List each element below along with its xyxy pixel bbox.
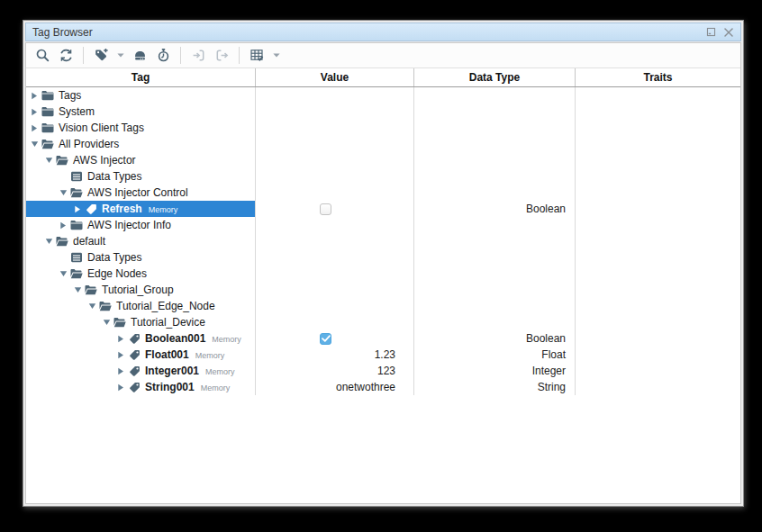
chevron-right-icon[interactable]	[57, 221, 69, 230]
tree-row-all-providers[interactable]: All Providers	[26, 136, 740, 152]
tree-row-aws-injector[interactable]: AWS Injector	[26, 152, 740, 168]
tag-cell[interactable]: AWS Injector Info	[26, 217, 256, 233]
column-header-value[interactable]: Value	[256, 68, 414, 86]
tag-cell[interactable]: RefreshMemory	[26, 201, 256, 217]
tree-row-tutorial-edge-node[interactable]: Tutorial_Edge_Node	[26, 298, 740, 314]
tag-cell[interactable]: Edge Nodes	[26, 266, 256, 282]
tree-row-vision-client-tags[interactable]: Vision Client Tags	[26, 120, 740, 136]
chevron-right-icon[interactable]	[114, 367, 127, 375]
tree-row-tutorial-group[interactable]: Tutorial_Group	[26, 282, 740, 298]
tag-cell[interactable]: Tags	[26, 87, 256, 104]
tree-row-boolean001[interactable]: Boolean001MemoryBoolean	[26, 330, 740, 347]
tag-cell[interactable]: Tutorial_Group	[26, 282, 256, 298]
chevron-right-icon[interactable]	[114, 335, 127, 343]
tag-icon	[127, 382, 141, 393]
new-tag-button[interactable]	[90, 46, 112, 66]
chevron-down-icon[interactable]	[86, 302, 98, 310]
tag-cell[interactable]: AWS Injector	[26, 152, 256, 168]
tree-row-aws-injector-control[interactable]: AWS Injector Control	[26, 185, 740, 201]
traits-cell	[576, 347, 740, 363]
tag-label: Refresh	[102, 203, 142, 215]
tree-row-tutorial-device[interactable]: Tutorial_Device	[26, 314, 740, 330]
column-header-data-type[interactable]: Data Type	[414, 68, 576, 86]
panel-content: TagValueData TypeTraits TagsSystemVision…	[25, 42, 741, 504]
value-cell[interactable]: 123	[256, 363, 414, 379]
traits-cell	[576, 120, 740, 136]
search-button[interactable]	[32, 46, 53, 66]
value-cell[interactable]	[256, 330, 414, 347]
stopwatch-button[interactable]	[152, 46, 174, 66]
column-header-tag[interactable]: Tag	[26, 68, 256, 86]
value-text: 123	[377, 365, 395, 377]
tag-label: AWS Injector Control	[87, 186, 188, 199]
tree-row-integer001[interactable]: Integer001Memory123Integer	[26, 363, 740, 379]
value-cell	[256, 266, 414, 282]
chevron-right-icon[interactable]	[114, 383, 127, 392]
value-cell[interactable]: onetwothree	[256, 379, 414, 395]
chevron-down-icon[interactable]	[71, 286, 84, 293]
new-tag-menu-button[interactable]	[113, 46, 127, 66]
tag-cell[interactable]: String001Memory	[26, 379, 256, 395]
tree-row-string001[interactable]: String001MemoryonetwothreeString	[26, 379, 740, 395]
tag-cell[interactable]: Float001Memory	[26, 347, 256, 363]
datatype-cell: Float	[414, 347, 576, 363]
tag-cell[interactable]: Tutorial_Device	[26, 314, 256, 330]
chevron-down-icon[interactable]	[57, 189, 69, 196]
datatype-cell	[414, 120, 576, 136]
float-window-button[interactable]	[706, 27, 716, 37]
value-cell[interactable]: 1.23	[256, 347, 414, 363]
tag-cell[interactable]: Integer001Memory	[26, 363, 256, 379]
folder-open-icon	[98, 301, 113, 311]
tag-cell[interactable]: default	[26, 233, 256, 249]
tag-label: System	[59, 105, 95, 118]
tree-row-refresh[interactable]: RefreshMemoryBoolean	[26, 201, 740, 217]
window-controls	[706, 27, 734, 38]
traits-cell	[576, 379, 740, 395]
chevron-down-icon[interactable]	[42, 157, 55, 164]
tree-row-float001[interactable]: Float001Memory1.23Float	[26, 347, 740, 363]
column-selection-button[interactable]	[246, 46, 268, 66]
tree-row-data-types[interactable]: Data Types	[26, 249, 740, 266]
tree-row-data-types[interactable]: Data Types	[26, 168, 740, 185]
column-selection-menu-button[interactable]	[269, 46, 283, 66]
close-window-button[interactable]	[723, 27, 734, 38]
tag-cell[interactable]: Vision Client Tags	[26, 120, 256, 136]
caret-down-icon	[273, 53, 280, 58]
toolbar	[26, 43, 740, 68]
tag-cell[interactable]: Boolean001Memory	[26, 330, 256, 347]
drive-button[interactable]	[129, 46, 150, 66]
chevron-down-icon[interactable]	[42, 238, 55, 245]
toolbar-separator	[239, 47, 240, 64]
datatype-cell: Boolean	[414, 330, 576, 347]
tag-cell[interactable]: Data Types	[26, 249, 256, 266]
chevron-down-icon[interactable]	[100, 319, 113, 326]
caret-down-icon	[117, 53, 124, 58]
tree-row-edge-nodes[interactable]: Edge Nodes	[26, 266, 740, 282]
chevron-right-icon[interactable]	[28, 92, 41, 100]
tag-cell[interactable]: Data Types	[26, 168, 256, 185]
chevron-down-icon[interactable]	[57, 270, 69, 277]
chevron-right-icon[interactable]	[28, 108, 41, 116]
tag-cell[interactable]: All Providers	[26, 136, 256, 152]
traits-cell	[576, 185, 740, 201]
tree-row-default[interactable]: default	[26, 233, 740, 249]
tag-cell[interactable]: Tutorial_Edge_Node	[26, 298, 256, 314]
tree-row-aws-injector-info[interactable]: AWS Injector Info	[26, 217, 740, 233]
tag-cell[interactable]: AWS Injector Control	[26, 185, 256, 201]
tree-row-system[interactable]: System	[26, 104, 740, 120]
value-checkbox[interactable]	[320, 333, 331, 345]
chevron-right-icon[interactable]	[114, 351, 127, 359]
traits-cell	[576, 136, 740, 152]
tag-cell[interactable]: System	[26, 104, 256, 120]
tree-row-tags[interactable]: Tags	[26, 87, 740, 104]
chevron-down-icon[interactable]	[28, 140, 41, 148]
value-checkbox[interactable]	[320, 203, 331, 215]
value-cell[interactable]	[256, 201, 414, 217]
refresh-button[interactable]	[55, 46, 77, 66]
datatype-cell	[414, 314, 576, 330]
chevron-right-icon[interactable]	[28, 124, 41, 132]
column-header-traits[interactable]: Traits	[576, 68, 740, 86]
value-text: 1.23	[375, 348, 395, 361]
traits-cell	[576, 249, 740, 266]
chevron-right-icon[interactable]	[71, 205, 84, 213]
